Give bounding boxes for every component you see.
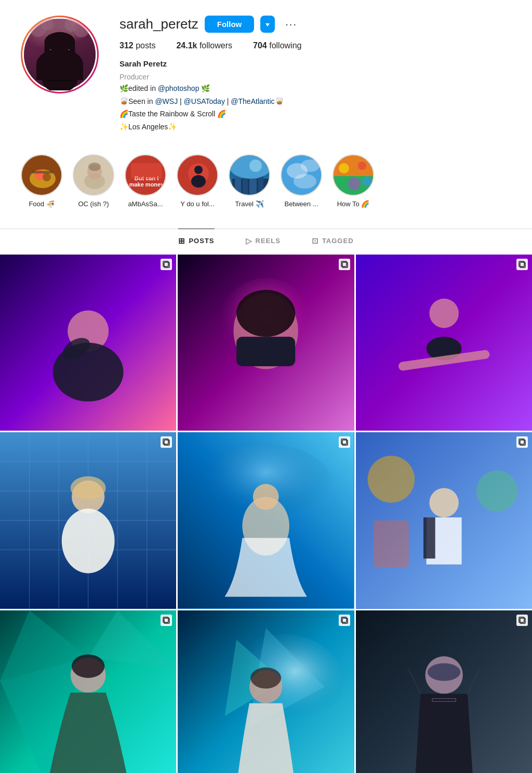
post-item[interactable]: [178, 255, 354, 431]
tab-posts-label: POSTS: [189, 237, 214, 245]
profile-info: sarah_peretz Follow ··· 312 posts 24.1k …: [119, 16, 511, 134]
svg-point-15: [43, 173, 51, 181]
post-6-overlay: [516, 436, 528, 448]
bio-line-3: 🌈Taste the Rainbow & Scroll 🌈: [119, 108, 511, 119]
highlight-howto[interactable]: How To 🌈: [332, 154, 374, 208]
highlight-y[interactable]: Y do u fol...: [177, 154, 218, 208]
post-8-overlay: [339, 615, 350, 626]
layers-icon: [162, 438, 170, 446]
post-9-overlay: [516, 615, 528, 626]
username: sarah_peretz: [119, 16, 198, 32]
svg-rect-92: [374, 521, 409, 567]
highlights-scroll: Food 🍜 OC (ish ?) But can I make money: [21, 154, 511, 213]
svg-point-93: [429, 488, 459, 518]
post-2-image: [178, 255, 354, 431]
svg-rect-8: [45, 42, 50, 61]
svg-rect-16: [32, 171, 53, 174]
post-item[interactable]: [356, 610, 532, 773]
multi-post-icon: [516, 615, 528, 626]
svg-point-41: [294, 174, 316, 189]
post-3-image: [356, 255, 532, 431]
follow-button[interactable]: Follow: [205, 16, 255, 33]
post-1-overlay: [161, 259, 172, 270]
avatar-container: [21, 16, 99, 94]
follow-dropdown-button[interactable]: [260, 16, 275, 33]
highlight-y-image: [178, 155, 218, 196]
svg-point-48: [363, 177, 372, 186]
highlight-amb-label: aMbAsSa...: [128, 200, 163, 208]
post-4-overlay: [161, 436, 172, 448]
bio-name: Sarah Peretz: [119, 58, 511, 70]
svg-point-80: [71, 476, 106, 500]
post-item[interactable]: [0, 610, 176, 773]
post-1-image: [0, 255, 176, 431]
highlight-between-label: Between ...: [284, 200, 318, 208]
bio-line-1: 🌿edited in @photoshop 🌿: [119, 83, 511, 94]
bio-atlantic-link[interactable]: @TheAtlantic: [231, 97, 274, 105]
post-item[interactable]: [178, 432, 354, 608]
tab-reels-label: REELS: [256, 237, 281, 245]
grid-icon: ⊞: [178, 236, 185, 246]
highlight-travel-image: [230, 155, 270, 196]
following-count: 704: [253, 41, 267, 50]
layers-icon: [518, 438, 526, 446]
followers-label: followers: [200, 41, 232, 50]
svg-rect-34: [258, 175, 263, 194]
bio-photoshop-link[interactable]: @photoshop: [158, 84, 200, 92]
svg-point-20: [88, 163, 101, 171]
post-9-image: [356, 610, 532, 773]
post-item[interactable]: [356, 432, 532, 608]
highlight-y-circle: [177, 154, 218, 196]
highlight-between-circle: [281, 154, 322, 196]
post-6-image: [356, 432, 532, 608]
highlight-howto-circle: [332, 154, 374, 196]
highlight-food-circle: [21, 154, 62, 196]
highlight-amb-circle: But can I make money: [125, 154, 166, 196]
layers-icon: [518, 260, 526, 269]
following-label: following: [269, 41, 301, 50]
svg-point-58: [236, 290, 295, 337]
posts-label: posts: [136, 41, 155, 50]
tab-tagged[interactable]: ⊡ TAGGED: [312, 229, 354, 253]
highlight-amb[interactable]: But can I make money aMbAsSa...: [125, 154, 166, 208]
svg-rect-24: [131, 163, 162, 179]
more-options-button[interactable]: ···: [281, 16, 301, 32]
post-item[interactable]: [356, 255, 532, 431]
bio-subtitle: Producer: [119, 71, 511, 83]
post-item[interactable]: [0, 432, 176, 608]
svg-point-90: [367, 456, 414, 503]
avatar-circle: [21, 16, 99, 94]
posts-stat[interactable]: 312 posts: [119, 41, 155, 50]
svg-text:make money: make money: [129, 181, 165, 188]
stats-row: 312 posts 24.1k followers 704 following: [119, 41, 511, 50]
chevron-down-icon: [265, 23, 270, 26]
svg-point-36: [249, 159, 262, 172]
highlight-travel[interactable]: Travel ✈️: [229, 154, 270, 208]
highlight-oc-label: OC (ish ?): [78, 200, 109, 208]
multi-post-icon: [161, 615, 172, 626]
tab-reels[interactable]: ▷ REELS: [246, 229, 281, 253]
multi-post-icon: [516, 436, 528, 448]
highlight-food[interactable]: Food 🍜: [21, 154, 62, 208]
bio-line-2: 🥃Seen in @WSJ | @USAToday | @TheAtlantic…: [119, 96, 511, 107]
highlight-between[interactable]: Between ...: [281, 154, 322, 208]
followers-stat[interactable]: 24.1k followers: [176, 41, 232, 50]
post-item[interactable]: [0, 255, 176, 431]
tab-posts[interactable]: ⊞ POSTS: [178, 229, 214, 253]
highlight-food-image: [22, 155, 62, 196]
svg-point-86: [253, 484, 279, 510]
post-8-image: [178, 610, 354, 773]
highlight-travel-circle: [229, 154, 270, 196]
bio-usatoday-link[interactable]: @USAToday: [184, 97, 225, 105]
posts-grid: [0, 253, 532, 773]
highlight-oc[interactable]: OC (ish ?): [73, 154, 114, 208]
bio-wsj-link[interactable]: @WSJ: [155, 97, 178, 105]
highlight-between-image: [282, 155, 322, 196]
svg-point-46: [358, 162, 366, 170]
tagged-icon: ⊡: [312, 236, 319, 246]
svg-point-27: [194, 166, 203, 174]
post-item[interactable]: [178, 610, 354, 773]
svg-point-63: [429, 299, 459, 328]
following-stat[interactable]: 704 following: [253, 41, 301, 50]
svg-point-91: [476, 471, 517, 512]
